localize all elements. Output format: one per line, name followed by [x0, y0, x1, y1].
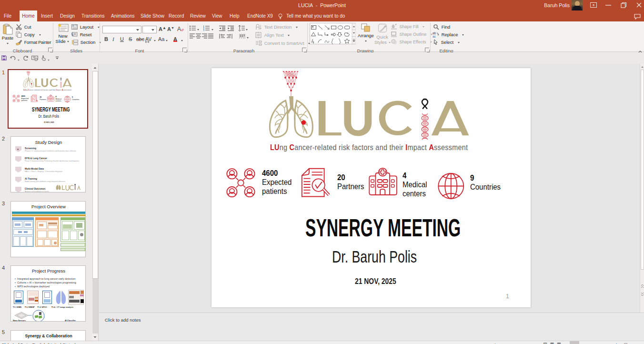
svg-text:ac: ac: [433, 35, 436, 38]
svg-text:3: 3: [203, 29, 204, 31]
svg-text:ab: ab: [433, 31, 436, 35]
svg-text:A: A: [177, 26, 181, 32]
svg-text:■: ■: [17, 148, 19, 151]
